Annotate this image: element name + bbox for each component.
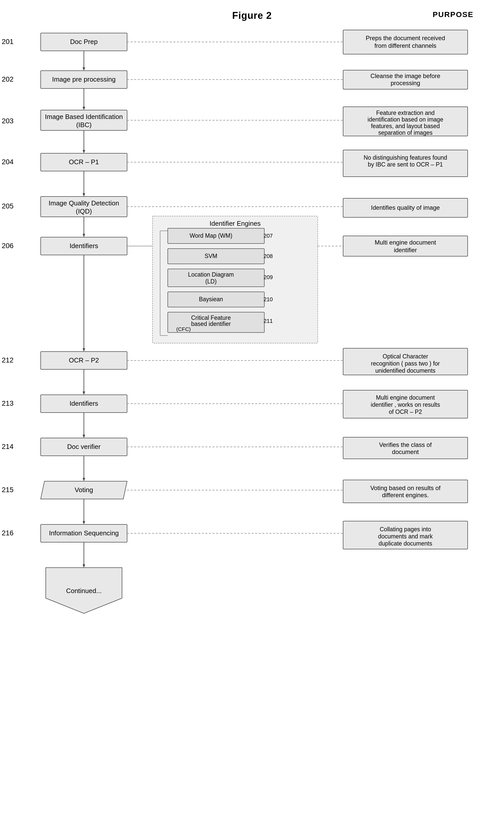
svg-text:Feature extraction and: Feature extraction and [376, 110, 435, 116]
svg-text:Information Sequencing: Information Sequencing [49, 529, 119, 537]
svg-text:different engines.: different engines. [382, 492, 429, 498]
svg-rect-119 [41, 524, 127, 542]
svg-text:209: 209 [264, 274, 273, 280]
svg-text:201: 201 [2, 38, 14, 46]
svg-text:documents and mark: documents and mark [378, 533, 433, 540]
svg-text:Image pre processing: Image pre processing [52, 76, 116, 83]
svg-marker-129 [46, 568, 122, 613]
svg-text:211: 211 [264, 318, 273, 324]
svg-text:205: 205 [2, 202, 14, 210]
svg-text:separation of images: separation of images [378, 130, 433, 136]
svg-rect-0 [41, 33, 127, 51]
svg-text:recognition ( pass two ) for: recognition ( pass two ) for [371, 360, 440, 367]
svg-rect-52 [152, 216, 318, 343]
svg-rect-48 [41, 237, 127, 255]
svg-text:Image Based Identification: Image Based Identification [45, 113, 123, 120]
svg-text:features, and layout based: features, and layout based [371, 123, 440, 130]
svg-text:Multi engine document: Multi engine document [376, 394, 435, 401]
svg-text:Continued...: Continued... [66, 587, 102, 595]
svg-text:duplicate documents: duplicate documents [379, 540, 432, 547]
svg-rect-67 [168, 292, 264, 307]
svg-text:Identifiers: Identifiers [70, 242, 98, 250]
svg-text:Multi engine document: Multi engine document [375, 239, 436, 246]
svg-rect-70 [168, 312, 264, 333]
svg-rect-105 [343, 437, 468, 459]
svg-text:of OCR – P2: of OCR – P2 [389, 408, 422, 415]
svg-text:Identifier Engines: Identifier Engines [210, 220, 261, 227]
svg-rect-18 [41, 110, 127, 131]
svg-text:Collating pages into: Collating pages into [380, 526, 431, 533]
svg-rect-63 [168, 269, 264, 287]
svg-text:unidentified documents: unidentified documents [376, 367, 436, 374]
svg-text:215: 215 [2, 486, 14, 494]
svg-text:213: 213 [2, 399, 14, 407]
svg-marker-109 [83, 478, 85, 481]
svg-rect-123 [343, 521, 468, 549]
svg-rect-101 [41, 438, 127, 456]
svg-text:207: 207 [264, 233, 273, 239]
svg-text:Word Map (WM): Word Map (WM) [189, 232, 232, 239]
svg-text:Image Quality Detection: Image Quality Detection [49, 199, 119, 207]
svg-text:Location Diagram: Location Diagram [188, 271, 234, 278]
svg-text:Preps the document received: Preps the document received [366, 35, 445, 41]
svg-text:document: document [392, 449, 419, 455]
svg-text:203: 203 [2, 117, 14, 125]
svg-text:(CFC): (CFC) [176, 326, 190, 332]
svg-text:identification based on image: identification based on image [367, 116, 443, 123]
svg-marker-100 [83, 435, 85, 438]
svg-marker-8 [83, 67, 85, 71]
svg-text:OCR – P2: OCR – P2 [69, 356, 99, 364]
svg-text:Cleanse the image before: Cleanse the image before [370, 73, 441, 79]
svg-text:Verifies the class of: Verifies the class of [379, 441, 432, 448]
svg-text:by IBC are sent to  OCR – P1: by IBC are sent to OCR – P1 [368, 161, 443, 168]
svg-text:SVM: SVM [205, 253, 217, 259]
svg-text:(IQD): (IQD) [76, 207, 92, 215]
purpose-header: PURPOSE [433, 10, 474, 19]
svg-text:216: 216 [2, 529, 14, 537]
svg-rect-13 [343, 70, 468, 89]
svg-rect-34 [343, 150, 468, 177]
svg-text:from different channels: from different channels [375, 42, 436, 49]
svg-rect-85 [343, 348, 468, 375]
svg-marker-80 [83, 348, 85, 351]
svg-rect-4 [343, 30, 468, 54]
svg-text:Doc verifier: Doc verifier [67, 443, 101, 451]
svg-text:202: 202 [2, 75, 14, 83]
svg-text:214: 214 [2, 442, 14, 451]
svg-marker-128 [83, 564, 85, 568]
svg-text:208: 208 [264, 253, 273, 259]
svg-marker-110 [41, 481, 127, 499]
svg-text:Optical Character: Optical Character [383, 353, 428, 360]
svg-text:(IBC): (IBC) [76, 121, 92, 128]
svg-marker-90 [83, 392, 85, 395]
svg-text:Identifiers: Identifiers [70, 400, 98, 407]
figure-title: Figure 2 [0, 0, 504, 29]
svg-rect-114 [343, 480, 468, 503]
svg-text:Doc Prep: Doc Prep [70, 38, 98, 46]
svg-rect-91 [41, 395, 127, 412]
svg-text:204: 204 [2, 158, 14, 166]
svg-text:Critical Feature: Critical Feature [191, 314, 231, 321]
svg-text:206: 206 [2, 242, 14, 250]
svg-text:(LD): (LD) [205, 278, 217, 285]
svg-text:processing: processing [391, 80, 420, 86]
svg-rect-30 [41, 153, 127, 171]
svg-rect-39 [41, 197, 127, 217]
svg-marker-29 [83, 150, 85, 153]
svg-rect-44 [343, 198, 468, 217]
svg-marker-38 [83, 193, 85, 197]
svg-rect-76 [343, 236, 468, 256]
svg-rect-9 [41, 71, 127, 88]
svg-text:Voting based on results of: Voting based on results of [370, 485, 441, 491]
svg-text:OCR – P1: OCR – P1 [69, 158, 99, 166]
svg-rect-57 [168, 228, 264, 243]
svg-rect-81 [41, 351, 127, 369]
svg-rect-23 [343, 107, 468, 136]
svg-text:212: 212 [2, 356, 14, 364]
svg-text:No distinguishing features fou: No distinguishing features found [364, 154, 447, 161]
svg-text:Voting: Voting [75, 486, 93, 494]
svg-text:Baysiean: Baysiean [199, 296, 223, 303]
svg-text:based identifier: based identifier [191, 320, 231, 327]
svg-rect-60 [168, 249, 264, 264]
svg-marker-118 [83, 521, 85, 524]
